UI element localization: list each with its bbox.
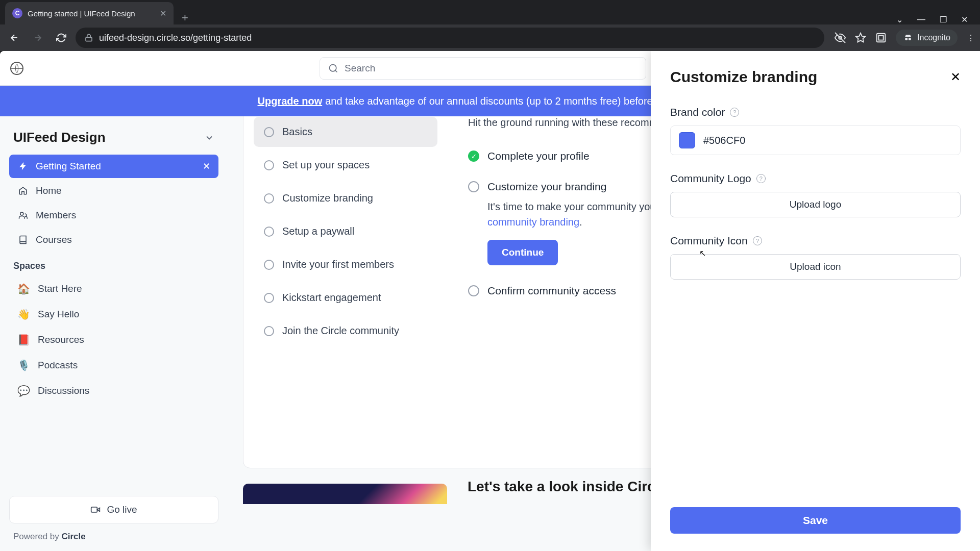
space-label: Discussions	[38, 385, 89, 396]
branding-link[interactable]: community branding	[487, 216, 579, 228]
browser-tab[interactable]: C Getting started | UIFeed Design ✕	[5, 2, 174, 24]
close-icon[interactable]: ✕	[160, 9, 166, 18]
checklist-item-basics[interactable]: Basics	[254, 117, 437, 147]
radio-icon	[264, 127, 274, 137]
save-button[interactable]: Save	[670, 507, 961, 534]
svg-rect-4	[878, 35, 883, 40]
color-value: #506CF0	[703, 135, 745, 146]
panel-title: Customize branding	[670, 68, 817, 86]
search-input[interactable]: Search	[320, 57, 646, 80]
spaces-heading: Spaces	[9, 253, 218, 277]
checklist-item-branding[interactable]: Customize branding	[254, 183, 437, 213]
sidebar-item-home[interactable]: Home	[9, 179, 218, 203]
radio-icon	[264, 160, 274, 170]
close-window-icon[interactable]: ✕	[961, 15, 968, 24]
video-thumbnail[interactable]	[243, 484, 447, 504]
community-icon-label: Community Icon ?	[670, 235, 961, 247]
lock-icon	[85, 34, 93, 42]
minimize-icon[interactable]: —	[917, 15, 925, 24]
go-live-button[interactable]: Go live	[9, 496, 218, 523]
space-podcasts[interactable]: 🎙️Podcasts	[9, 353, 218, 378]
space-discussions[interactable]: 💬Discussions	[9, 379, 218, 403]
sidebar: UIFeed Design Getting Started ✕ Home Mem…	[0, 116, 228, 551]
users-icon	[17, 211, 29, 220]
sidebar-item-getting-started[interactable]: Getting Started ✕	[9, 155, 218, 178]
radio-icon	[264, 193, 274, 204]
tab-title: Getting started | UIFeed Design	[28, 9, 155, 18]
radio-icon	[468, 181, 479, 192]
color-swatch[interactable]	[679, 132, 695, 148]
svg-point-6	[909, 38, 911, 40]
window-controls: ⌄ — ❐ ✕	[884, 15, 980, 24]
chat-icon: 💬	[17, 385, 31, 397]
help-icon[interactable]: ?	[756, 174, 766, 183]
new-tab-button[interactable]: +	[174, 11, 197, 24]
house-icon: 🏠	[17, 283, 31, 295]
community-logo-label: Community Logo ?	[670, 172, 961, 185]
radio-icon	[264, 326, 274, 336]
close-icon[interactable]: ✕	[950, 70, 961, 84]
svg-point-5	[905, 38, 908, 40]
menu-icon[interactable]: ⋮	[967, 33, 975, 43]
checklist-item-invite[interactable]: Invite your first members	[254, 249, 437, 280]
tab-bar: C Getting started | UIFeed Design ✕ + ⌄ …	[0, 0, 980, 24]
radio-icon	[264, 293, 274, 303]
extensions-icon[interactable]	[875, 32, 887, 43]
help-icon[interactable]: ?	[730, 108, 739, 117]
radio-icon	[468, 285, 479, 296]
incognito-icon	[903, 33, 913, 43]
favicon: C	[12, 8, 22, 18]
chevron-down-icon[interactable]: ⌄	[896, 15, 903, 24]
forward-button[interactable]	[29, 29, 47, 47]
chevron-down-icon	[204, 133, 214, 143]
sidebar-item-label: Getting Started	[36, 161, 101, 172]
upload-icon-button[interactable]: Upload icon	[670, 254, 961, 280]
svg-rect-0	[86, 37, 92, 41]
brand-color-input[interactable]: #506CF0	[670, 126, 961, 155]
svg-point-8	[20, 212, 23, 215]
checklist-item-join[interactable]: Join the Circle community	[254, 316, 437, 346]
radio-icon	[264, 260, 274, 270]
customize-branding-panel: Customize branding ✕ Brand color ? #506C…	[651, 51, 980, 551]
upload-logo-button[interactable]: Upload logo	[670, 192, 961, 217]
space-label: Resources	[38, 334, 84, 345]
maximize-icon[interactable]: ❐	[940, 15, 947, 24]
svg-rect-9	[91, 507, 97, 512]
svg-marker-2	[856, 33, 865, 42]
star-icon[interactable]	[855, 32, 866, 43]
book-icon: 📕	[17, 334, 31, 346]
back-button[interactable]	[5, 29, 23, 47]
help-icon[interactable]: ?	[753, 236, 762, 245]
upgrade-link[interactable]: Upgrade now	[258, 95, 323, 107]
address-bar: uifeed-design.circle.so/getting-started …	[0, 24, 980, 51]
continue-button[interactable]: Continue	[487, 240, 558, 265]
url-text: uifeed-design.circle.so/getting-started	[99, 33, 815, 43]
space-label: Say Hello	[38, 309, 79, 320]
space-start-here[interactable]: 🏠Start Here	[9, 277, 218, 301]
incognito-badge[interactable]: Incognito	[896, 30, 958, 46]
sidebar-item-label: Courses	[36, 234, 72, 245]
reload-button[interactable]	[52, 29, 70, 47]
globe-icon[interactable]	[10, 62, 23, 75]
checklist-item-engagement[interactable]: Kickstart engagement	[254, 283, 437, 313]
eye-off-icon[interactable]	[835, 32, 846, 43]
check-icon: ✓	[468, 151, 479, 162]
url-field[interactable]: uifeed-design.circle.so/getting-started	[76, 28, 824, 48]
radio-icon	[264, 227, 274, 237]
sidebar-item-members[interactable]: Members	[9, 204, 218, 227]
checklist-item-paywall[interactable]: Setup a paywall	[254, 216, 437, 246]
space-say-hello[interactable]: 👋Say Hello	[9, 302, 218, 327]
checklist-item-spaces[interactable]: Set up your spaces	[254, 150, 437, 180]
book-icon	[17, 235, 29, 244]
close-icon[interactable]: ✕	[203, 161, 210, 172]
bolt-icon	[17, 162, 29, 171]
brand-color-label: Brand color ?	[670, 106, 961, 118]
mic-icon: 🎙️	[17, 359, 31, 371]
community-switcher[interactable]: UIFeed Design	[9, 123, 218, 155]
search-icon	[328, 63, 338, 73]
sidebar-item-courses[interactable]: Courses	[9, 228, 218, 252]
space-label: Podcasts	[38, 360, 78, 371]
space-resources[interactable]: 📕Resources	[9, 328, 218, 352]
search-placeholder: Search	[345, 63, 375, 74]
checklist-column: Basics Set up your spaces Customize bran…	[243, 116, 448, 468]
